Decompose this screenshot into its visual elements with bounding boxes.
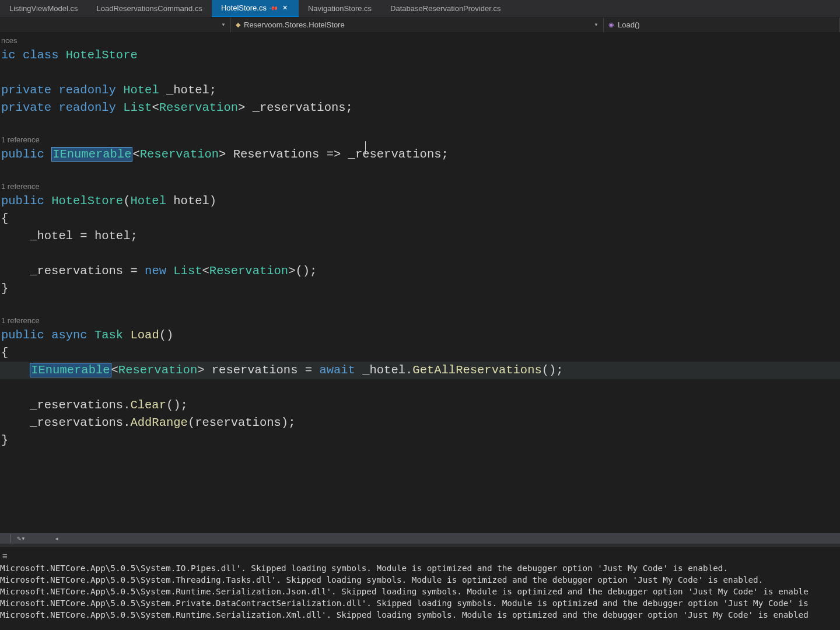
method-icon: ◉ bbox=[608, 21, 614, 29]
output-line: Microsoft.NETCore.App\5.0.5\System.Priva… bbox=[0, 597, 840, 609]
close-icon[interactable]: ✕ bbox=[281, 4, 289, 12]
code-line: } bbox=[0, 280, 840, 298]
brush-icon[interactable]: ✎▾ bbox=[17, 534, 25, 543]
code-line: { bbox=[0, 344, 840, 362]
codelens-property[interactable]: 1 reference bbox=[0, 134, 840, 146]
code-line: public async Task Load() bbox=[0, 327, 840, 344]
code-line: _reservations.AddRange(reservations); bbox=[0, 414, 840, 432]
output-line: Microsoft.NETCore.App\5.0.5\System.Threa… bbox=[0, 574, 840, 586]
class-dropdown[interactable]: ◆ Reservoom.Stores.HotelStore ▼ bbox=[231, 18, 604, 32]
codelens-class[interactable]: nces bbox=[0, 35, 840, 47]
tab-hotelstore[interactable]: HotelStore.cs 📌 ✕ bbox=[212, 0, 299, 17]
code-line-current: IEnumerable<Reservation> reservations = … bbox=[0, 362, 840, 379]
code-line: { bbox=[0, 210, 840, 228]
navigation-bar: ▼ ◆ Reservoom.Stores.HotelStore ▼ ◉ Load… bbox=[0, 18, 840, 33]
chevron-down-icon: ▼ bbox=[594, 22, 598, 27]
code-line: _reservations.Clear(); bbox=[0, 397, 840, 414]
output-panel: ≡ Microsoft.NETCore.App\5.0.5\System.IO.… bbox=[0, 544, 840, 621]
tab-bar: ListingViewModel.cs LoadReservationsComm… bbox=[0, 0, 840, 18]
member-dropdown[interactable]: ◉ Load() bbox=[604, 18, 840, 32]
output-line: Microsoft.NETCore.App\5.0.5\System.Runti… bbox=[0, 609, 840, 621]
project-dropdown[interactable]: ▼ bbox=[0, 18, 231, 32]
code-line: } bbox=[0, 432, 840, 449]
code-line: ic class HotelStore bbox=[0, 47, 840, 64]
code-line: public IEnumerable<Reservation> Reservat… bbox=[0, 146, 840, 163]
tab-databasereservationprovider[interactable]: DatabaseReservationProvider.cs bbox=[381, 0, 510, 17]
pin-icon[interactable]: 📌 bbox=[269, 3, 278, 12]
output-line: Microsoft.NETCore.App\5.0.5\System.Runti… bbox=[0, 586, 840, 597]
class-dropdown-label: Reservoom.Stores.HotelStore bbox=[244, 20, 345, 29]
tab-loadreservationscommand[interactable]: LoadReservationsCommand.cs bbox=[88, 0, 212, 17]
member-dropdown-label: Load() bbox=[618, 20, 640, 29]
code-line: public HotelStore(Hotel hotel) bbox=[0, 192, 840, 210]
code-line: _reservations = new List<Reservation>(); bbox=[0, 262, 840, 280]
code-editor[interactable]: nces ic class HotelStore private readonl… bbox=[0, 33, 840, 533]
tab-navigationstore[interactable]: NavigationStore.cs bbox=[299, 0, 381, 17]
tab-listingviewmodel[interactable]: ListingViewModel.cs bbox=[0, 0, 88, 17]
editor-bottom-toolbar: ✎▾ ◂ bbox=[0, 533, 840, 544]
output-line: Microsoft.NETCore.App\5.0.5\System.IO.Pi… bbox=[0, 562, 840, 574]
code-line: _hotel = hotel; bbox=[0, 228, 840, 245]
chevron-left-icon[interactable]: ◂ bbox=[54, 534, 58, 543]
namespace-icon: ◆ bbox=[236, 21, 240, 29]
code-line: private readonly List<Reservation> _rese… bbox=[0, 99, 840, 117]
codelens-method[interactable]: 1 reference bbox=[0, 315, 840, 327]
code-line: private readonly Hotel _hotel; bbox=[0, 82, 840, 99]
text-cursor bbox=[365, 141, 366, 154]
chevron-down-icon: ▼ bbox=[221, 22, 226, 27]
codelens-constructor[interactable]: 1 reference bbox=[0, 181, 840, 192]
output-indent-icon[interactable]: ≡ bbox=[2, 550, 8, 562]
